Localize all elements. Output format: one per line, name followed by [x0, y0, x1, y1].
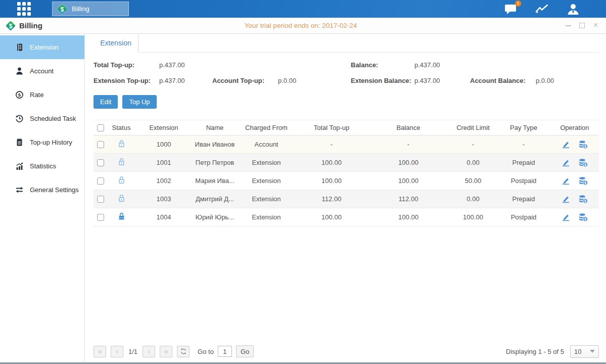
unlocked-icon [117, 194, 126, 203]
topup-row-icon[interactable]: $ [578, 195, 588, 204]
clock-icon [15, 114, 24, 123]
column-header-name: Name [193, 120, 237, 135]
table-header-row: Status Extension Name Charged From Total… [94, 120, 599, 135]
column-header-operation: Operation [550, 120, 599, 135]
cell-extension: 1003 [135, 190, 193, 208]
balance-label: Balance: [351, 61, 378, 69]
user-icon[interactable] [567, 3, 580, 15]
cell-balance: 100.00 [367, 154, 449, 172]
cell-charged-from: Extension [237, 172, 296, 190]
account-topup-label: Account Top-up: [212, 77, 264, 84]
row-checkbox[interactable] [97, 196, 104, 203]
row-checkbox[interactable] [97, 159, 104, 166]
sidebar-item-rate[interactable]: $ Rate [0, 83, 84, 107]
table-row: 1001 Петр Петров Extension 100.00 100.00… [94, 154, 599, 172]
sidebar-item-scheduled-task[interactable]: Scheduled Task [0, 107, 84, 130]
table-row: 1000 Иван Иванов Account - - - - $ [94, 135, 599, 154]
next-page-button[interactable]: › [143, 346, 155, 357]
taskbar-item-label: Billing [72, 5, 89, 13]
sidebar-item-label: Top-up History [30, 139, 72, 146]
sidebar-item-label: Extension [30, 43, 59, 51]
sidebar-item-label: Account [30, 67, 54, 75]
cell-charged-from: Extension [237, 190, 296, 208]
sidebar-item-extension[interactable]: Extension [0, 35, 84, 59]
select-all-checkbox[interactable] [97, 124, 104, 131]
row-checkbox[interactable] [97, 177, 104, 185]
main-content: Extension Total Top-up: p.437.00 Balance… [85, 34, 606, 362]
cell-total-topup: 100.00 [296, 172, 367, 190]
top-up-button[interactable]: Top Up [122, 95, 156, 109]
column-header-pay-type: Pay Type [497, 120, 550, 135]
cell-balance: 100.00 [367, 208, 449, 226]
last-page-button[interactable]: » [160, 346, 172, 357]
close-icon[interactable]: × [592, 22, 599, 29]
window-bottom-edge [0, 362, 606, 364]
maximize-icon[interactable] [579, 22, 585, 29]
extension-topup-value: p.437.00 [159, 77, 185, 84]
cell-total-topup: 100.00 [296, 208, 367, 226]
cell-charged-from: Account [237, 135, 296, 154]
sidebar-item-topup-history[interactable]: Top-up History [0, 130, 84, 154]
notifications-icon[interactable]: ! [504, 3, 518, 15]
edit-row-icon[interactable] [561, 159, 571, 167]
svg-text:$: $ [18, 92, 21, 98]
row-checkbox[interactable] [97, 214, 104, 221]
pagination-bar: « ‹ 1/1 › » Go to Go Displaying 1 - 5 of… [94, 345, 599, 358]
cell-extension: 1002 [135, 172, 193, 190]
cell-total-topup: 112.00 [296, 190, 367, 208]
billing-summary: Total Top-up: p.437.00 Balance: p.437.00… [94, 58, 599, 89]
goto-page-input[interactable] [218, 346, 232, 357]
tab-strip: Extension [94, 34, 599, 53]
balance-value: p.437.00 [414, 61, 440, 69]
cell-name: Иван Иванов [193, 135, 237, 154]
cell-name: Дмитрий Д... [193, 190, 237, 208]
page-indicator: 1/1 [128, 348, 137, 355]
refresh-icon [180, 348, 187, 355]
goto-label: Go to [198, 348, 214, 355]
column-header-balance: Balance [367, 120, 449, 135]
edit-button[interactable]: Edit [94, 95, 118, 109]
refresh-button[interactable] [177, 346, 190, 357]
topup-row-icon[interactable]: $ [578, 176, 588, 186]
billing-window-icon: $ [6, 21, 16, 31]
edit-row-icon[interactable] [561, 177, 571, 185]
go-button[interactable]: Go [236, 345, 254, 357]
resource-monitor-icon[interactable] [535, 4, 549, 15]
column-header-extension: Extension [135, 120, 193, 135]
cell-credit-limit: - [449, 135, 497, 154]
edit-row-icon[interactable] [561, 141, 571, 149]
table-row: 1002 Мария Ива... Extension 100.00 100.0… [94, 172, 599, 190]
prev-page-button[interactable]: ‹ [111, 346, 123, 357]
window-title: Billing [19, 21, 42, 30]
tab-extension[interactable]: Extension [94, 34, 138, 53]
sidebar-item-statistics[interactable]: Statistics [0, 154, 84, 178]
sidebar-item-account[interactable]: Account [0, 59, 84, 83]
notification-badge: ! [515, 1, 521, 7]
taskbar-item-billing[interactable]: $ Billing [52, 2, 129, 16]
sidebar-item-label: Statistics [30, 162, 56, 170]
bar-chart-icon [15, 162, 24, 170]
column-header-total-topup: Total Top-up [296, 120, 367, 135]
account-balance-label: Account Balance: [470, 77, 526, 84]
edit-row-icon[interactable] [561, 213, 571, 221]
topup-row-icon[interactable]: $ [578, 140, 588, 149]
locked-icon [117, 212, 126, 221]
first-page-button[interactable]: « [94, 346, 106, 357]
topup-row-icon[interactable]: $ [578, 213, 588, 222]
minimize-icon[interactable] [565, 22, 572, 29]
sidebar-item-label: Rate [30, 91, 43, 99]
cell-extension: 1000 [135, 135, 193, 154]
edit-row-icon[interactable] [561, 195, 571, 203]
sidebar-item-general-settings[interactable]: General Settings [0, 178, 84, 202]
cell-pay-type: Postpaid [497, 172, 550, 190]
ledger-icon [15, 43, 24, 52]
unlocked-icon [117, 157, 126, 166]
trial-notice: Your trial period ends on: 2017-02-24 [245, 22, 357, 29]
sidebar: Extension Account $ Rate Scheduled Task [0, 34, 85, 362]
row-checkbox[interactable] [97, 141, 104, 148]
page-size-select[interactable]: 10 [570, 345, 599, 358]
total-topup-label: Total Top-up: [94, 61, 134, 69]
apps-grid-icon[interactable] [17, 2, 31, 16]
cell-extension: 1001 [135, 154, 193, 172]
topup-row-icon[interactable]: $ [578, 158, 588, 167]
